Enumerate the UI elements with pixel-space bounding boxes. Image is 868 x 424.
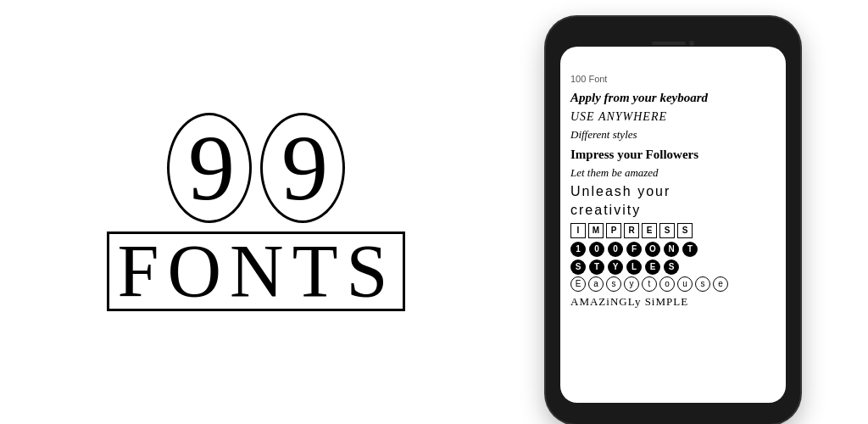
circle-T: T [682, 242, 698, 257]
phone-screen: 100 Font Apply from your keyboard USE AN… [560, 47, 786, 403]
outline-y: y [624, 276, 639, 292]
circle-S2: S [664, 259, 679, 275]
outline-t: t [642, 276, 657, 292]
easy-circles: E a s y t o u s e [570, 276, 776, 292]
letter-o: O [168, 234, 229, 309]
outline-a: a [588, 276, 604, 292]
creativity-text: creativity [570, 203, 641, 217]
circle-L: L [626, 259, 642, 275]
impress-boxed: I M P R E S S [570, 223, 776, 238]
circle-F: F [626, 242, 642, 257]
phone-camera [652, 41, 694, 46]
box-R: R [624, 223, 639, 238]
left-section: 9 9 F O N T S [0, 0, 478, 424]
camera-dot [689, 41, 694, 46]
circle-1: 1 [570, 242, 586, 257]
circle-O: O [645, 242, 660, 257]
outline-e2: e [713, 276, 728, 292]
circle-N: N [664, 242, 679, 257]
screen-line-5: Impress your Followers [570, 144, 776, 165]
outline-u: u [677, 276, 693, 292]
screen-line-3: USE ANYWHERE [570, 108, 776, 126]
phone-notch [631, 27, 715, 44]
box-P: P [606, 223, 621, 238]
phone-section: 100 Font Apply from your keyboard USE AN… [478, 0, 868, 424]
screen-content: 100 Font Apply from your keyboard USE AN… [560, 47, 786, 320]
screen-line-6: Let them be amazed [570, 165, 776, 182]
unleash-text: Unleash your [570, 184, 670, 198]
letter-f: F [118, 234, 166, 309]
circle-Y: Y [608, 259, 623, 275]
circle-T2: T [589, 259, 604, 275]
number-display: 9 9 [167, 113, 345, 223]
box-I: I [570, 223, 586, 238]
circle-E2: E [645, 259, 660, 275]
letter-s: S [346, 234, 394, 309]
amazing-text: AMAZiNGLy SiMPLE [570, 293, 776, 311]
screen-line-2: Apply from your keyboard [570, 87, 776, 108]
digit-9-second: 9 [260, 113, 345, 223]
screen-line-4: Different styles [570, 126, 776, 144]
screen-line-1: 100 Font [570, 72, 776, 87]
outline-E: E [570, 276, 586, 292]
circle-S: S [570, 259, 586, 275]
circle-0a: 0 [589, 242, 604, 257]
screen-line-7: Unleash your creativity [570, 182, 776, 220]
fonts-title: F O N T S [107, 232, 406, 311]
box-S2: S [677, 223, 693, 238]
circle-0b: 0 [608, 242, 623, 257]
letter-n: N [230, 234, 291, 309]
outline-o: o [659, 276, 675, 292]
box-M: M [588, 223, 604, 238]
speaker [652, 42, 686, 45]
digit-9-first: 9 [167, 113, 252, 223]
outline-s2: s [695, 276, 710, 292]
letter-t: T [292, 234, 345, 309]
phone-mockup: 100 Font Apply from your keyboard USE AN… [546, 17, 800, 424]
box-S1: S [659, 223, 675, 238]
hundred-font-circles: 1 0 0 F O N T [570, 242, 776, 257]
styles-circles: S T Y L E S [570, 259, 776, 275]
outline-s: s [606, 276, 621, 292]
box-E: E [642, 223, 657, 238]
